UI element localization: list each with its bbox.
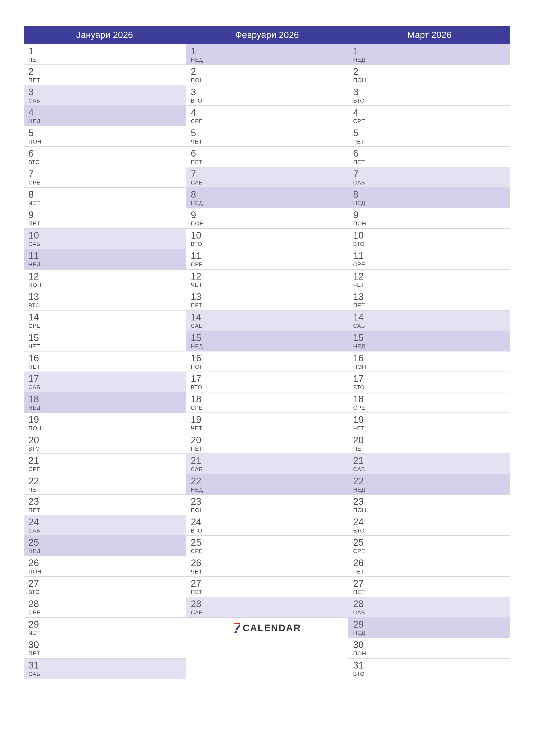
day-number: 11 xyxy=(28,251,186,261)
day-cell: 26ПОН xyxy=(24,556,186,577)
day-cell: 19ЧЕТ xyxy=(348,413,510,433)
day-number: 18 xyxy=(28,394,186,404)
day-number: 15 xyxy=(353,333,510,343)
day-cell: 3ВТО xyxy=(348,85,510,106)
day-number: 4 xyxy=(353,108,510,118)
day-abbr: ЧЕТ xyxy=(28,200,186,206)
day-abbr: САБ xyxy=(191,466,348,472)
day-number: 19 xyxy=(191,415,348,424)
day-number: 5 xyxy=(353,128,510,138)
day-cell: 16ПОН xyxy=(186,351,348,372)
day-cell: 7СРЕ xyxy=(24,167,186,188)
month-column-jan: Јануари 2026 1ЧЕТ2ПЕТ3САБ4НЕД5ПОН6ВТО7СР… xyxy=(24,26,186,679)
day-abbr: ПЕТ xyxy=(353,446,510,452)
day-abbr: ЧЕТ xyxy=(28,343,186,350)
day-number: 22 xyxy=(191,476,348,486)
day-abbr: СРЕ xyxy=(353,548,510,554)
day-number: 11 xyxy=(191,251,348,261)
day-number: 27 xyxy=(28,579,186,588)
day-number: 16 xyxy=(191,353,348,363)
day-abbr: СРЕ xyxy=(28,609,186,616)
day-number: 5 xyxy=(191,128,348,138)
day-cell: 23ПЕТ xyxy=(24,495,186,515)
day-cell: 22ЧЕТ xyxy=(24,474,186,495)
day-number: 3 xyxy=(353,87,510,97)
day-abbr: ВТО xyxy=(353,241,510,247)
day-abbr: НЕД xyxy=(28,548,186,554)
day-abbr: ПЕТ xyxy=(28,650,186,657)
day-number: 7 xyxy=(28,169,186,179)
day-cell: 27ПЕТ xyxy=(348,577,510,597)
day-number: 2 xyxy=(191,67,348,76)
day-cell: 24ВТО xyxy=(186,515,348,536)
day-number: 10 xyxy=(191,230,348,240)
day-abbr: ВТО xyxy=(353,671,510,677)
day-abbr: ПОН xyxy=(28,425,186,432)
day-abbr: ПОН xyxy=(353,77,510,84)
day-cell: 20ПЕТ xyxy=(186,433,348,454)
day-abbr: ЧЕТ xyxy=(191,138,348,145)
day-abbr: ЧЕТ xyxy=(191,282,348,288)
month-header: Јануари 2026 xyxy=(24,26,186,44)
day-cell: 6ПЕТ xyxy=(186,147,348,167)
day-number: 27 xyxy=(191,579,348,588)
day-number: 29 xyxy=(28,619,186,629)
day-number: 5 xyxy=(28,128,186,138)
day-number: 9 xyxy=(28,210,186,220)
day-number: 9 xyxy=(191,210,348,220)
day-cell: 16ПЕТ xyxy=(24,351,186,372)
day-abbr: ВТО xyxy=(28,159,186,166)
day-number: 4 xyxy=(191,108,348,118)
day-abbr: СРЕ xyxy=(191,405,348,411)
day-abbr: САБ xyxy=(28,671,186,677)
day-abbr: ВТО xyxy=(191,384,348,391)
day-number: 19 xyxy=(28,415,186,424)
day-cell: 9ПОН xyxy=(186,208,348,229)
day-abbr: ПОН xyxy=(191,507,348,514)
day-cell: 21СРЕ xyxy=(24,454,186,474)
day-number: 20 xyxy=(28,435,186,445)
day-cell: 17САБ xyxy=(24,372,186,392)
day-abbr: ЧЕТ xyxy=(191,568,348,575)
month-days: 1ЧЕТ2ПЕТ3САБ4НЕД5ПОН6ВТО7СРЕ8ЧЕТ9ПЕТ10СА… xyxy=(24,44,186,679)
day-abbr: ЧЕТ xyxy=(28,56,186,63)
day-number: 25 xyxy=(353,537,510,547)
day-abbr: ЧЕТ xyxy=(28,486,186,493)
day-abbr: ПОН xyxy=(28,568,186,575)
day-number: 8 xyxy=(353,189,510,199)
day-cell: 25СРЕ xyxy=(348,536,510,556)
day-abbr: САБ xyxy=(353,179,510,186)
day-cell: 14САБ xyxy=(186,310,348,331)
day-cell: 7САБ xyxy=(186,167,348,188)
day-cell: 9ПОН xyxy=(348,208,510,229)
day-number: 24 xyxy=(191,517,348,527)
day-number: 7 xyxy=(353,169,510,179)
day-abbr: ПОН xyxy=(353,507,510,514)
day-abbr: ЧЕТ xyxy=(353,568,510,575)
day-number: 2 xyxy=(353,67,510,76)
day-number: 31 xyxy=(353,660,510,670)
day-abbr: НЕД xyxy=(28,118,186,124)
day-abbr: НЕД xyxy=(191,200,348,206)
day-number: 14 xyxy=(191,312,348,322)
day-number: 20 xyxy=(353,435,510,445)
day-abbr: ЧЕТ xyxy=(191,425,348,432)
day-abbr: ПОН xyxy=(28,282,186,288)
day-abbr: ПЕТ xyxy=(353,589,510,595)
day-abbr: ПОН xyxy=(28,138,186,145)
day-cell: 25НЕД xyxy=(24,536,186,556)
day-abbr: НЕД xyxy=(353,343,510,350)
day-number: 28 xyxy=(191,599,348,609)
day-cell: 23ПОН xyxy=(186,495,348,515)
day-number: 17 xyxy=(191,374,348,384)
day-cell: 23ПОН xyxy=(348,495,510,515)
day-abbr: ПОН xyxy=(191,220,348,227)
day-abbr: НЕД xyxy=(353,56,510,63)
day-abbr: ПЕТ xyxy=(191,302,348,309)
month-header: Март 2026 xyxy=(348,26,510,44)
day-cell: 15ЧЕТ xyxy=(24,331,186,351)
day-cell: 5ЧЕТ xyxy=(348,126,510,147)
day-abbr: ПЕТ xyxy=(191,589,348,595)
day-abbr: НЕД xyxy=(353,486,510,493)
day-cell: 8НЕД xyxy=(186,188,348,208)
